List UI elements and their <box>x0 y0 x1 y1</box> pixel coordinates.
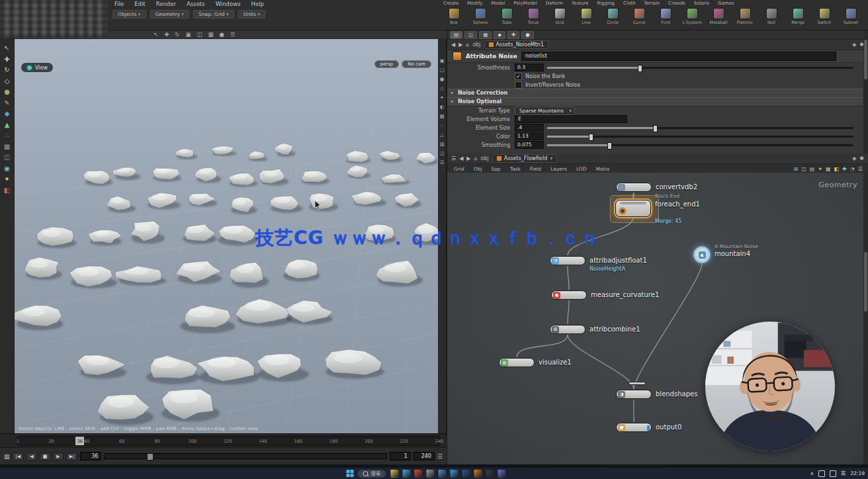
parameter-pane-tab-1[interactable]: ◫ <box>464 31 477 39</box>
handles-icon[interactable]: ✚ <box>164 31 169 38</box>
menu-render[interactable]: Render <box>154 0 178 9</box>
view-mode-chip[interactable]: View <box>21 63 53 72</box>
tray-chevron-icon[interactable]: ∧ <box>810 470 814 476</box>
node-convertvdb2[interactable]: ◦ <box>616 183 652 192</box>
net-color-icon[interactable]: ◧ <box>834 166 840 172</box>
param-slider[interactable] <box>547 67 853 69</box>
net-star-icon[interactable]: ✦ <box>818 166 822 172</box>
net-grid-icon[interactable]: ▦ <box>826 166 831 172</box>
shadows-icon[interactable]: ◐ <box>440 104 445 110</box>
display-flag[interactable] <box>647 425 650 431</box>
light-tool-icon[interactable]: ✦ <box>4 175 9 183</box>
shelf-tool-sphere[interactable]: Sphere <box>467 8 494 24</box>
taskbar-app-store[interactable] <box>437 469 446 478</box>
param-checkbox[interactable]: ✓ <box>515 73 522 80</box>
shelf-tab-solaris[interactable]: Solaris <box>693 1 711 6</box>
sculpt-tool-icon[interactable]: ◆ <box>5 110 10 117</box>
node-attribadjustfloat1[interactable]: ◔ <box>550 256 586 265</box>
taskbar-app-discord[interactable] <box>497 469 505 478</box>
camera-tool-icon[interactable]: ◉ <box>4 165 10 172</box>
net-settings-icon[interactable]: ✱ <box>859 155 864 161</box>
node-mountain4[interactable]: ▲ <box>693 246 711 263</box>
param-value-field[interactable]: 1.13 <box>515 132 544 140</box>
param-text-field[interactable]: E <box>515 115 627 123</box>
param-section-3[interactable]: Noise Correction <box>447 89 863 98</box>
current-frame-field[interactable]: 36 <box>80 452 101 460</box>
wireframe-icon[interactable]: ◇ <box>440 85 444 91</box>
range-start-field[interactable]: 1 <box>390 452 411 460</box>
node-foreach_end1[interactable] <box>615 200 651 217</box>
param-slider-handle[interactable] <box>607 142 612 150</box>
shelf-tab-games[interactable]: Games <box>716 1 736 6</box>
net-link-icon[interactable]: ⊞ <box>793 166 798 172</box>
path-context[interactable]: obj <box>472 42 480 48</box>
taskbar-app-photoshop[interactable] <box>461 469 470 478</box>
param-slider[interactable] <box>547 136 853 138</box>
shelf-tool-metaball[interactable]: Metaball <box>705 8 732 24</box>
parameter-pane-tab-0[interactable]: ▤ <box>450 31 462 39</box>
camera-pill-0[interactable]: persp <box>374 60 400 68</box>
grid-icon[interactable]: ▦ <box>208 31 213 38</box>
menu-help[interactable]: Help <box>249 0 266 9</box>
parameter-pane-tab-2[interactable]: ▦ <box>479 31 492 39</box>
param-value-field[interactable]: 0.075 <box>515 141 544 149</box>
net-forward-icon[interactable]: ▶ <box>466 155 470 161</box>
shelf-tool-tube[interactable]: Tube <box>494 8 520 24</box>
parameter-pane-tab-4[interactable]: ✚ <box>507 31 519 39</box>
pin-icon[interactable]: ◈ <box>852 42 856 48</box>
menu-assets[interactable]: Assets <box>185 0 207 9</box>
frame-slider-thumb[interactable] <box>147 453 153 460</box>
shelf-tool-curve[interactable]: Curve <box>626 8 652 24</box>
shelf-tool-platonic[interactable]: Platonic <box>732 8 758 24</box>
taskbar-app-vscode[interactable] <box>449 469 458 478</box>
frame-icon[interactable]: ▣ <box>185 31 191 38</box>
frame-slider[interactable] <box>104 453 387 459</box>
toolbar-chip-0[interactable]: Objects <box>112 10 146 19</box>
pose-tool-icon[interactable]: ● <box>4 88 10 95</box>
shelf-tab-rigging[interactable]: Rigging <box>596 1 617 6</box>
volume-tray-icon[interactable] <box>830 470 836 477</box>
home-icon[interactable]: ⌂ <box>466 42 469 48</box>
shade-icon[interactable]: ● <box>219 31 224 38</box>
param-slider[interactable] <box>547 144 853 146</box>
taskbar-app-settings[interactable] <box>425 469 434 478</box>
translate-tool-icon[interactable]: ✚ <box>4 56 9 63</box>
param-dropdown[interactable]: Sparse Mountains <box>515 107 575 115</box>
orbit-icon[interactable]: ↻ <box>175 31 179 38</box>
net-home-icon[interactable]: ⌂ <box>474 155 477 161</box>
snapshot2-icon[interactable]: ◫ <box>439 150 444 156</box>
param-slider-handle[interactable] <box>638 65 642 72</box>
shelf-tool-merge[interactable]: Merge <box>785 8 811 24</box>
select-arrow-icon[interactable]: ↖ <box>153 31 158 38</box>
scatter-tool-icon[interactable]: ∴ <box>5 132 9 139</box>
network-scrollbar[interactable] <box>863 173 868 464</box>
taskbar-app-obs[interactable] <box>485 469 494 478</box>
transport-button-1[interactable]: ◀ <box>26 453 36 460</box>
terrain-tool-icon[interactable]: ▲ <box>5 121 10 128</box>
shelf-tab-texture[interactable]: Texture <box>570 1 590 6</box>
menu-windows[interactable]: Windows <box>214 0 243 9</box>
toolbar-chip-1[interactable]: Geometry <box>150 10 190 19</box>
param-value-field[interactable]: .4 <box>515 124 544 132</box>
net-list-icon[interactable]: ▤ <box>810 166 815 172</box>
paint-tool-icon[interactable]: ✎ <box>4 99 9 107</box>
node-visualize1[interactable]: ◍ <box>499 358 535 367</box>
node-switchbar[interactable] <box>629 382 646 385</box>
transport-button-3[interactable]: ▶ <box>53 453 63 460</box>
shelf-tool-font[interactable]: Font <box>652 8 679 24</box>
network-context-tab-sop[interactable]: Sop <box>490 166 502 172</box>
menu-file[interactable]: File <box>112 0 126 9</box>
grid-toggle-icon[interactable]: ▦ <box>439 113 444 119</box>
measure-tool-icon[interactable]: ◫ <box>4 153 10 161</box>
playbar-options-icon[interactable]: ▥ <box>4 453 10 460</box>
shelf-tab-model[interactable]: Model <box>490 1 506 6</box>
net-path-context[interactable]: obj <box>481 155 489 161</box>
menu-edit[interactable]: Edit <box>132 0 147 9</box>
network-context-tab-lod[interactable]: LOD <box>575 166 588 172</box>
node-measure_curvature1[interactable]: ◉ <box>551 290 587 300</box>
net-back-icon[interactable]: ◀ <box>459 155 463 161</box>
scale-tool-icon[interactable]: ◇ <box>5 77 10 85</box>
param-slider-handle[interactable] <box>653 125 658 132</box>
range-end-field[interactable]: 240 <box>413 452 435 460</box>
points-display-icon[interactable]: ∴ <box>441 122 444 128</box>
